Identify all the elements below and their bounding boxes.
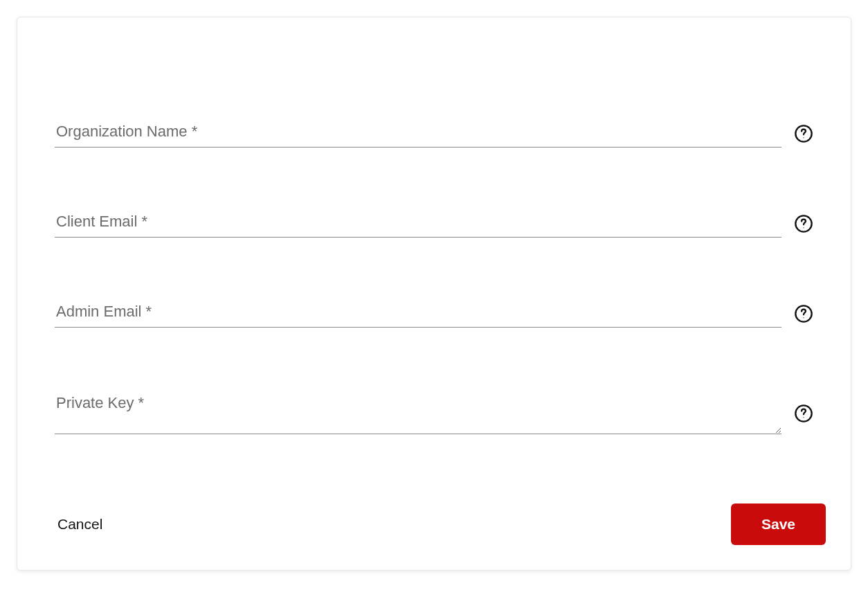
help-icon[interactable]	[794, 124, 813, 143]
field-wrap-org-name: Organization Name *	[55, 120, 781, 148]
field-row-client-email: Client Email *	[55, 210, 813, 238]
form-actions: Cancel Save	[42, 448, 826, 545]
org-name-input[interactable]	[55, 120, 781, 148]
private-key-input[interactable]	[55, 390, 781, 434]
help-icon[interactable]	[794, 214, 813, 233]
cancel-button[interactable]: Cancel	[55, 510, 105, 538]
form-body: Organization Name * Client Email *	[42, 51, 826, 448]
svg-point-1	[803, 137, 804, 138]
svg-point-5	[803, 317, 804, 318]
svg-point-3	[803, 227, 804, 228]
field-row-admin-email: Admin Email *	[55, 300, 813, 328]
field-wrap-admin-email: Admin Email *	[55, 300, 781, 328]
help-icon[interactable]	[794, 304, 813, 323]
save-button[interactable]: Save	[731, 503, 826, 545]
form-card: Organization Name * Client Email *	[17, 17, 851, 571]
svg-point-7	[803, 417, 804, 418]
field-wrap-client-email: Client Email *	[55, 210, 781, 238]
client-email-input[interactable]	[55, 210, 781, 238]
admin-email-input[interactable]	[55, 300, 781, 328]
field-row-private-key: Private Key *	[55, 390, 813, 437]
field-wrap-private-key: Private Key *	[55, 390, 781, 437]
field-row-org-name: Organization Name *	[55, 120, 813, 148]
help-icon[interactable]	[794, 404, 813, 423]
